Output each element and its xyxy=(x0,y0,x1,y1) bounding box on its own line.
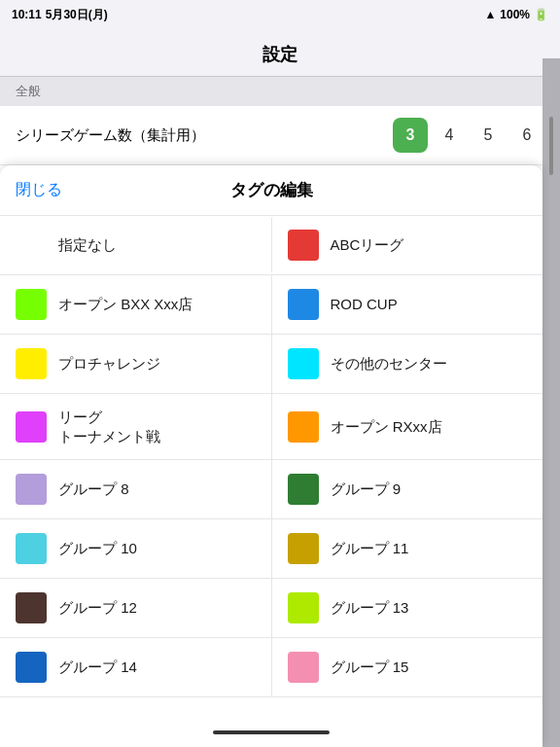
section-general-header: 全般 xyxy=(0,76,560,106)
tag-row[interactable]: 指定なしABCリーグ xyxy=(0,216,542,275)
tag-cell-left-4[interactable]: グループ 8 xyxy=(0,460,272,518)
tag-cell-left-0[interactable]: 指定なし xyxy=(0,218,272,272)
tag-cell-right-1[interactable]: ROD CUP xyxy=(272,275,543,334)
tag-label: グループ 9 xyxy=(331,480,402,499)
tag-edit-modal: 閉じる タグの編集 指定なしABCリーグオープン BXX Xxx店ROD CUP… xyxy=(0,165,542,747)
status-date: 5月30日(月) xyxy=(46,7,108,23)
tag-label: リーグ トーナメント戦 xyxy=(58,408,160,445)
tag-cell-right-6[interactable]: グループ 13 xyxy=(272,579,543,637)
color-swatch xyxy=(16,289,47,320)
status-time-date: 10:11 5月30日(月) xyxy=(12,7,108,23)
tag-cell-left-1[interactable]: オープン BXX Xxx店 xyxy=(0,275,272,334)
color-swatch xyxy=(288,411,319,443)
tag-cell-right-5[interactable]: グループ 11 xyxy=(272,519,543,578)
tag-label: グループ 14 xyxy=(58,658,137,677)
color-swatch xyxy=(288,289,319,320)
tag-label: 指定なし xyxy=(58,235,117,255)
tag-row[interactable]: グループ 12グループ 13 xyxy=(0,579,542,638)
modal-header: 閉じる タグの編集 xyxy=(0,165,542,216)
status-bar: 10:11 5月30日(月) ▲ 100% 🔋 xyxy=(0,0,560,29)
tag-row[interactable]: グループ 10グループ 11 xyxy=(0,519,542,579)
status-indicators: ▲ 100% 🔋 xyxy=(484,8,548,21)
tag-cell-left-5[interactable]: グループ 10 xyxy=(0,519,272,578)
tag-row[interactable]: プロチャレンジその他のセンター xyxy=(0,335,542,394)
num-btn-6[interactable]: 6 xyxy=(509,118,544,153)
tag-label: グループ 12 xyxy=(58,598,137,618)
color-swatch xyxy=(288,533,319,564)
scroll-thumb xyxy=(549,117,553,175)
color-swatch xyxy=(16,474,47,505)
color-swatch xyxy=(288,592,319,623)
color-swatch xyxy=(288,230,319,261)
tag-cell-left-3[interactable]: リーグ トーナメント戦 xyxy=(0,394,272,459)
num-btn-3[interactable]: 3 xyxy=(393,118,428,153)
color-swatch xyxy=(288,474,319,505)
scroll-indicator xyxy=(542,58,560,747)
battery-label: 100% xyxy=(500,8,530,21)
color-swatch xyxy=(16,411,47,443)
tag-label: ABCリーグ xyxy=(331,235,404,255)
tag-label: その他のセンター xyxy=(331,354,447,374)
tag-cell-right-2[interactable]: その他のセンター xyxy=(272,335,543,393)
tag-row[interactable]: リーグ トーナメント戦オープン RXxx店 xyxy=(0,394,542,460)
series-games-row: シリーズゲーム数（集計用） 3 4 5 6 xyxy=(0,106,560,165)
tag-label: オープン RXxx店 xyxy=(331,417,442,437)
tag-label: グループ 15 xyxy=(331,658,409,677)
tag-label: オープン BXX Xxx店 xyxy=(58,295,192,314)
tag-row[interactable]: グループ 8グループ 9 xyxy=(0,460,542,519)
modal-title: タグの編集 xyxy=(74,179,469,201)
series-games-label: シリーズゲーム数（集計用） xyxy=(16,126,393,145)
tag-label: グループ 11 xyxy=(331,539,409,558)
bottom-bar xyxy=(0,718,542,747)
tag-cell-right-0[interactable]: ABCリーグ xyxy=(272,216,543,274)
home-indicator xyxy=(213,730,330,734)
tag-cell-left-7[interactable]: グループ 14 xyxy=(0,638,272,696)
tag-cell-left-2[interactable]: プロチャレンジ xyxy=(0,335,272,393)
status-time: 10:11 xyxy=(12,8,42,21)
color-swatch xyxy=(16,592,47,623)
tag-label: ROD CUP xyxy=(331,295,398,314)
tag-label: グループ 8 xyxy=(58,480,129,499)
num-btn-4[interactable]: 4 xyxy=(432,118,467,153)
color-swatch xyxy=(16,533,47,564)
number-selector[interactable]: 3 4 5 6 xyxy=(393,118,544,153)
tag-label: プロチャレンジ xyxy=(58,354,160,374)
tag-row[interactable]: オープン BXX Xxx店ROD CUP xyxy=(0,275,542,335)
tag-cell-right-4[interactable]: グループ 9 xyxy=(272,460,543,518)
tag-list: 指定なしABCリーグオープン BXX Xxx店ROD CUPプロチャレンジその他… xyxy=(0,216,542,715)
wifi-icon: ▲ xyxy=(484,8,496,21)
tag-label: グループ 13 xyxy=(331,598,409,618)
color-swatch xyxy=(288,348,319,379)
color-swatch xyxy=(16,652,47,683)
color-swatch xyxy=(16,348,47,379)
tag-label: グループ 10 xyxy=(58,539,137,558)
num-btn-5[interactable]: 5 xyxy=(471,118,506,153)
tag-row[interactable]: グループ 14グループ 15 xyxy=(0,638,542,697)
tag-cell-left-6[interactable]: グループ 12 xyxy=(0,579,272,637)
battery-icon: 🔋 xyxy=(534,8,548,21)
tag-cell-right-7[interactable]: グループ 15 xyxy=(272,638,543,696)
tag-cell-right-3[interactable]: オープン RXxx店 xyxy=(272,398,543,456)
color-swatch xyxy=(288,652,319,683)
settings-title: 設定 xyxy=(0,29,560,76)
modal-close-button[interactable]: 閉じる xyxy=(16,180,74,200)
